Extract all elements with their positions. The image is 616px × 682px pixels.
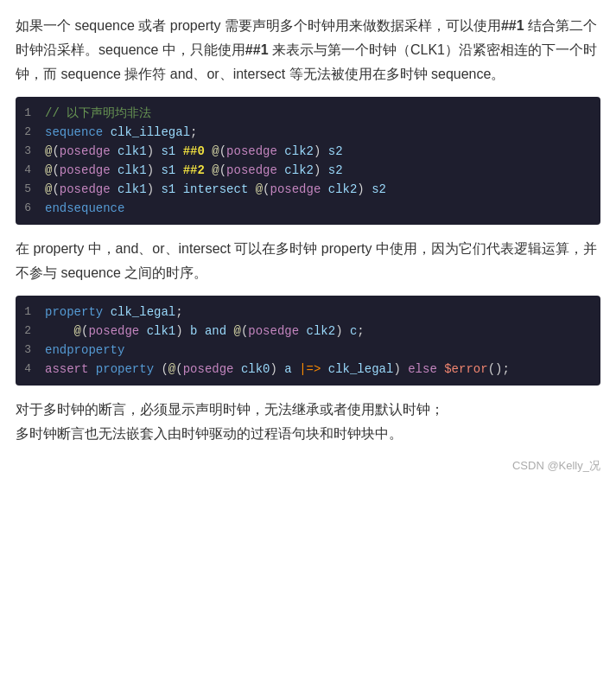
code-line: 2 sequence clk_illegal;: [16, 123, 600, 142]
code-line: 6 endsequence: [16, 199, 600, 218]
code-line: 1 // 以下声明均非法: [16, 104, 600, 123]
code-line: 1 property clk_legal;: [16, 303, 600, 322]
code-line: 2 @(posedge clk1) b and @(posedge clk2) …: [16, 322, 600, 341]
code-block-2: 1 property clk_legal; 2 @(posedge clk1) …: [16, 296, 600, 386]
code-block-1: 1 // 以下声明均非法 2 sequence clk_illegal; 3 @…: [16, 97, 600, 225]
bold-text-1: ##1: [501, 18, 524, 33]
paragraph-2: 在 property 中，and、or、intersect 可以在多时钟 pro…: [16, 237, 600, 285]
code-line: 3 endproperty: [16, 341, 600, 360]
bold-text-2: ##1: [245, 42, 269, 57]
code-line: 4 assert property (@(posedge clk0) a |=>…: [16, 360, 600, 379]
paragraph-3: 对于多时钟的断言，必须显示声明时钟，无法继承或者使用默认时钟； 多时钟断言也无法…: [16, 398, 600, 446]
code-line: 4 @(posedge clk1) s1 ##2 @(posedge clk2)…: [16, 161, 600, 180]
paragraph-1: 如果一个 sequence 或者 property 需要声明多个时钟用来做数据采…: [16, 14, 600, 86]
watermark: CSDN @Kelly_况: [16, 456, 600, 475]
code-line: 3 @(posedge clk1) s1 ##0 @(posedge clk2)…: [16, 142, 600, 161]
code-line: 5 @(posedge clk1) s1 intersect @(posedge…: [16, 180, 600, 199]
